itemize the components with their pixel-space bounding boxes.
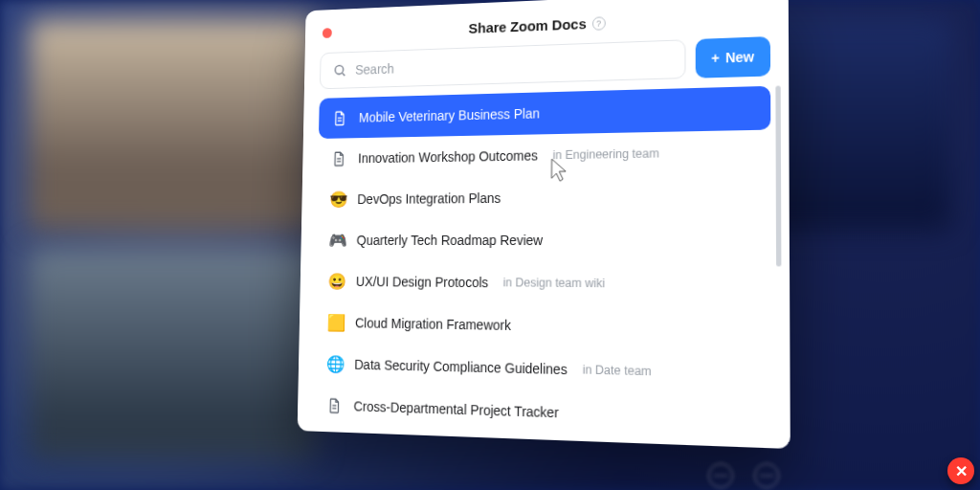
share-docs-panel: Share Zoom Docs ? + New Mobile V bbox=[298, 0, 791, 449]
svg-line-1 bbox=[343, 73, 345, 76]
new-button-label: New bbox=[725, 49, 754, 65]
doc-title: Quarterly Tech Roadmap Review bbox=[357, 233, 544, 248]
doc-list: Mobile Veterinary Business PlanInnovatio… bbox=[313, 86, 771, 442]
doc-location: in Design team wiki bbox=[503, 276, 606, 290]
document-icon bbox=[331, 109, 348, 128]
close-icon: ✕ bbox=[955, 462, 968, 480]
toolbar-button[interactable]: ⋯ bbox=[754, 463, 779, 488]
document-icon bbox=[330, 149, 347, 168]
window-close-dot[interactable] bbox=[323, 28, 332, 38]
doc-title: UX/UI Design Protocols bbox=[356, 274, 489, 290]
emoji-icon: 🟨 bbox=[327, 313, 345, 332]
panel-title: Share Zoom Docs bbox=[468, 15, 586, 36]
emoji-icon: 🎮 bbox=[328, 231, 346, 249]
document-icon bbox=[325, 396, 344, 415]
doc-list-item[interactable]: Innovation Workshop Outcomesin Engineeri… bbox=[318, 130, 770, 180]
doc-title: Data Security Compliance Guidelines bbox=[354, 357, 567, 377]
svg-point-0 bbox=[335, 65, 344, 74]
search-icon bbox=[331, 61, 348, 80]
doc-title: Innovation Workshop Outcomes bbox=[358, 147, 538, 166]
doc-list-item[interactable]: 🎮Quarterly Tech Roadmap Review bbox=[316, 218, 770, 262]
close-button[interactable]: ✕ bbox=[947, 457, 974, 484]
doc-title: Mobile Veterinary Business Plan bbox=[359, 105, 540, 124]
help-icon[interactable]: ? bbox=[592, 16, 606, 31]
doc-title: Cross-Departmental Project Tracker bbox=[353, 398, 558, 420]
search-input[interactable] bbox=[355, 52, 673, 78]
doc-location: in Engineering team bbox=[552, 146, 658, 162]
doc-location: in Date team bbox=[583, 363, 652, 378]
scrollbar[interactable] bbox=[775, 86, 781, 267]
doc-title: DevOps Integration Plans bbox=[357, 190, 501, 207]
toolbar-button[interactable]: ⋯ bbox=[708, 463, 733, 488]
doc-title: Cloud Migration Framework bbox=[355, 315, 511, 333]
emoji-icon: 😎 bbox=[329, 190, 346, 210]
plus-icon: + bbox=[711, 50, 719, 66]
emoji-icon: 🌐 bbox=[326, 354, 345, 373]
emoji-icon: 😀 bbox=[328, 272, 346, 291]
doc-list-item[interactable]: 😀UX/UI Design Protocolsin Design team wi… bbox=[316, 260, 771, 306]
new-button[interactable]: + New bbox=[696, 36, 770, 78]
doc-list-item[interactable]: 😎DevOps Integration Plans bbox=[317, 174, 770, 220]
meeting-toolbar: ⋯ ⋯ bbox=[708, 463, 779, 488]
